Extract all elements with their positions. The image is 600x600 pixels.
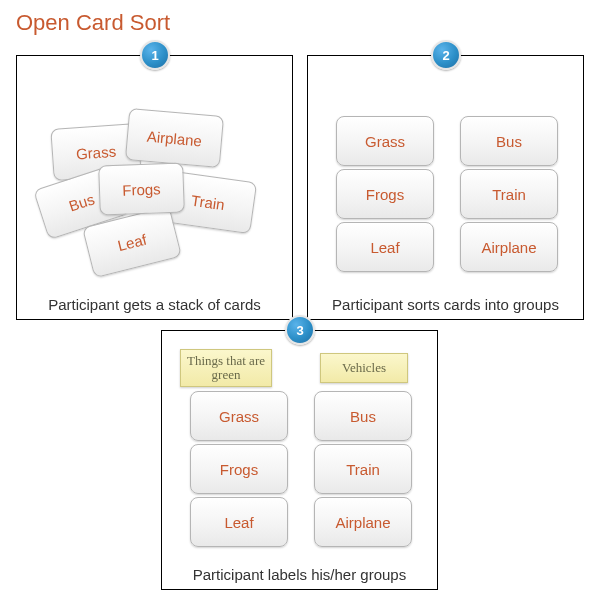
group-label-note: Vehicles: [320, 353, 408, 383]
diagram-title: Open Card Sort: [16, 10, 170, 36]
group-label-note: Things that are green: [180, 349, 272, 387]
step-badge-3: 3: [285, 315, 315, 345]
card-label: Airplane: [481, 239, 536, 256]
card: Frogs: [190, 444, 288, 494]
card: Airplane: [460, 222, 558, 272]
card-label: Grass: [219, 408, 259, 425]
card-label: Bus: [67, 190, 97, 214]
step-caption: Participant labels his/her groups: [162, 566, 437, 583]
card: Train: [314, 444, 412, 494]
card: Bus: [460, 116, 558, 166]
step-panel-2: 2 Grass Frogs Leaf Bus Train Airplane Pa…: [307, 55, 584, 320]
card: Train: [460, 169, 558, 219]
step-panel-3: 3 Things that are green Vehicles Grass F…: [161, 330, 438, 590]
card: Grass: [336, 116, 434, 166]
step-number: 2: [442, 48, 449, 63]
card: Airplane: [125, 108, 224, 168]
group-label-text: Vehicles: [342, 361, 386, 375]
step-badge-1: 1: [140, 40, 170, 70]
card-label: Grass: [75, 142, 116, 162]
step-number: 1: [151, 48, 158, 63]
step-badge-2: 2: [431, 40, 461, 70]
group-label-text: Things that are green: [185, 354, 267, 383]
card-label: Train: [190, 191, 226, 213]
card: Airplane: [314, 497, 412, 547]
step-panel-1: 1 Grass Airplane Bus Train Frogs Leaf Pa…: [16, 55, 293, 320]
card-label: Leaf: [370, 239, 399, 256]
step-caption: Participant sorts cards into groups: [308, 296, 583, 313]
step-caption: Participant gets a stack of cards: [17, 296, 292, 313]
card: Frogs: [336, 169, 434, 219]
card-label: Frogs: [366, 186, 404, 203]
card-label: Train: [492, 186, 526, 203]
card-label: Bus: [496, 133, 522, 150]
card-label: Bus: [350, 408, 376, 425]
card: Grass: [190, 391, 288, 441]
card: Frogs: [98, 163, 185, 216]
card: Leaf: [336, 222, 434, 272]
card: Leaf: [190, 497, 288, 547]
diagram-root: Open Card Sort 1 Grass Airplane Bus Trai…: [0, 0, 600, 600]
card-label: Airplane: [335, 514, 390, 531]
step-number: 3: [296, 323, 303, 338]
card-label: Airplane: [146, 127, 202, 149]
card-label: Frogs: [220, 461, 258, 478]
card-label: Frogs: [122, 180, 161, 198]
card: Bus: [314, 391, 412, 441]
card-label: Train: [346, 461, 380, 478]
card-label: Leaf: [116, 230, 148, 254]
card-label: Grass: [365, 133, 405, 150]
card-label: Leaf: [224, 514, 253, 531]
